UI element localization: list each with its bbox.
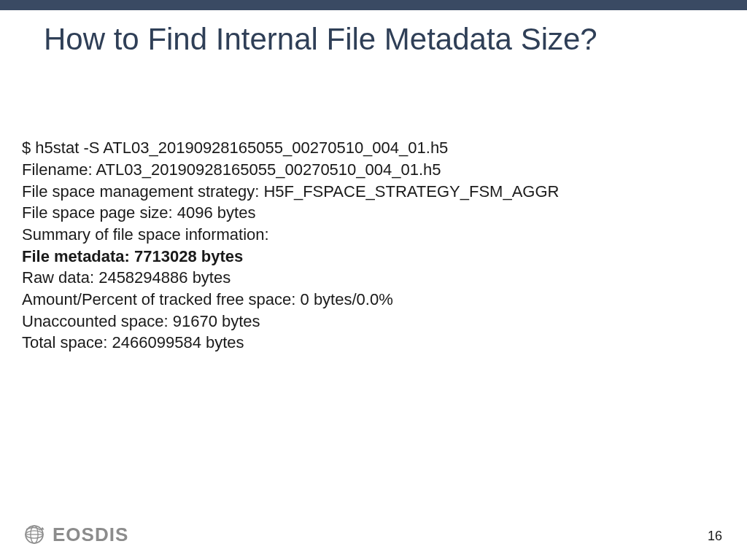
output-filename: Filename: ATL03_20190928165055_00270510_… (22, 159, 725, 181)
slide-footer: EOSDIS 16 (0, 516, 747, 550)
globe-icon (22, 522, 47, 547)
cmd-line: $ h5stat -S ATL03_20190928165055_0027051… (22, 137, 725, 159)
output-total: Total space: 2466099584 bytes (22, 332, 725, 354)
output-summary-header: Summary of file space information: (22, 224, 725, 246)
output-unaccounted: Unaccounted space: 91670 bytes (22, 311, 725, 332)
page-number: 16 (708, 529, 722, 544)
output-free-space: Amount/Percent of tracked free space: 0 … (22, 289, 725, 311)
output-raw-data: Raw data: 2458294886 bytes (22, 267, 725, 289)
logo-text: EOSDIS (53, 524, 128, 546)
output-strategy: File space management strategy: H5F_FSPA… (22, 181, 725, 203)
top-bar (0, 0, 747, 10)
output-page-size: File space page size: 4096 bytes (22, 202, 725, 224)
slide-body: $ h5stat -S ATL03_20190928165055_0027051… (22, 137, 725, 354)
eosdis-logo: EOSDIS (22, 522, 128, 547)
output-file-metadata: File metadata: 7713028 bytes (22, 246, 725, 268)
slide-title: How to Find Internal File Metadata Size? (44, 22, 703, 57)
